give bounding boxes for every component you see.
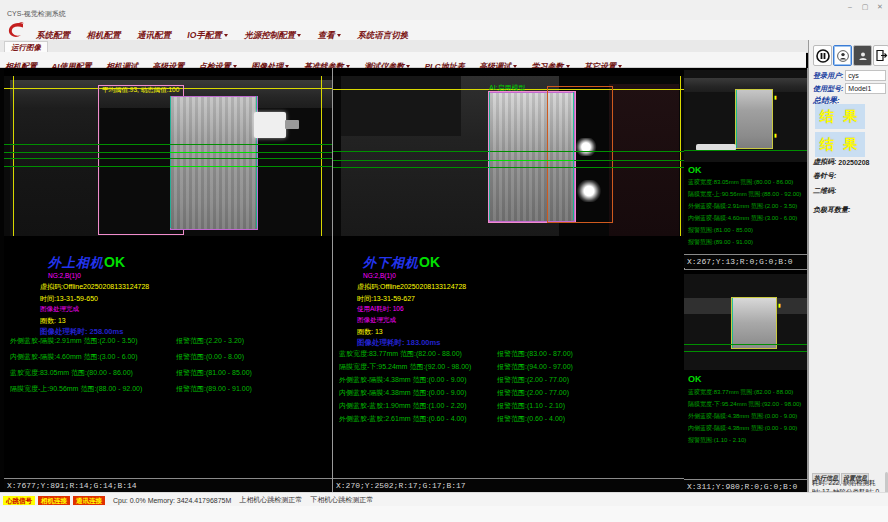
time-text: 时间:13-31-59-650 [40,294,98,304]
camera-view-lower: AI:启用模型 外下相机OK NG:2,B(1)0 虚拟码:Offline202… [333,68,685,492]
user-manage-button[interactable] [853,45,872,66]
time-text: 时间:13-31-59-627 [357,294,415,304]
heartbeat-status-badge: 心跳信号 [3,496,35,505]
login-user-field[interactable]: cys [845,70,886,81]
thumb-meas-line: 报警范围:(89.00 - 91.00) [688,238,753,247]
virtual-code-value: 20250208 [838,159,869,166]
thumb-meas-line: 内侧蓝胶-隔膜:4.60mm 范围:(3.00 - 6.00) [688,214,797,223]
process-done-text: 图像处理完成 [357,316,396,325]
measurement-row: 蓝胶宽度:83.77mm 范围:(82.00 - 88.00)报警范围:(83.… [339,349,682,359]
thumbnail-column: ▮ ▮ OK 蓝胶宽度:83.05mm 范围:(80.00 - 86.00) 隔… [684,68,808,492]
measurement-row: 内侧蓝胶-蓝胶:1.90mm 范围:(1.00 - 2.20)报警范围:(1.1… [339,401,682,411]
menu-bar: 系统配置 相机配置 通讯配置 IO手配置 光源控制配置 查看 系统语言切换 [0,20,888,40]
status-bar: 心跳信号 相机连接 通讯连接 Cpu: 0.0% Memory: 3424.41… [0,492,888,507]
maximize-icon[interactable]: ▢ [858,2,872,12]
ai-time-text: 使用AI耗时: 106 [357,305,404,314]
process-time-text: 图像处理耗时: 183.00ms [357,338,440,348]
led-glow [577,180,601,202]
toolbar: 相机配置 AI使用配置 相机调试 高级设置 点检设置 图像处理 基准线参数 测试… [0,52,806,68]
thumb-meas-line: 隔膜宽度-上:90.56mm 范围:(88.00 - 92.00) [688,190,801,199]
alarm-range: 报警范围:(81.00 - 85.00) [176,368,252,378]
alarm-range: 报警范围:(1.10 - 2.10) [497,401,565,411]
upper-camera-heartbeat-text: 上相机心跳检测正常 [239,495,302,505]
virtual-code-label: 虚拟码: [813,157,836,167]
negative-tab-count-label: 负极耳数量: [813,205,850,215]
model-row: 使用型号: Model1 [813,83,886,94]
thumb-meas-line: 蓝胶宽度:83.05mm 范围:(80.00 - 86.00) [688,178,793,187]
exit-door-icon [875,49,888,62]
threshold-overlay-text: 平均阈值:93, 动态阈值:100 [102,86,179,95]
camera-connection-badge: 相机连接 [38,496,70,505]
thumb-canvas-1[interactable]: ▮ ▮ [684,70,807,162]
alarm-range: 报警范围:(0.00 - 8.00) [176,352,244,362]
alarm-range: 报警范围:(2.20 - 3.20) [176,336,244,346]
measurement-row: 隔膜宽度-上:90.56mm 范围:(88.00 - 92.00)报警范围:(8… [10,384,330,394]
dropdown-arrow-icon [297,34,301,37]
user-dark-icon [857,50,869,62]
process-done-text: 图像处理完成 [40,305,79,314]
alarm-range: 报警范围:(0.60 - 4.00) [497,414,565,424]
ng-info-text: NG:2,B(1)0 [48,272,81,279]
login-user-row: 登录用户: cys [813,70,886,81]
camera-upper-title: 外上相机OK [48,254,125,272]
login-user-button[interactable] [833,45,852,66]
thumb-view-1: ▮ ▮ OK 蓝胶宽度:83.05mm 范围:(80.00 - 86.00) 隔… [684,68,807,268]
pause-button[interactable] [813,45,832,66]
measurement-row: 外侧蓝胶-隔膜:2.91mm 范围:(2.00 - 3.50)报警范围:(2.2… [10,336,330,346]
thumb-status: OK [688,374,702,384]
minimize-icon[interactable]: – [843,2,857,12]
camera-lower-title: 外下相机OK [363,254,440,272]
bottom-strip [0,506,888,522]
camera-lower-status: OK [419,254,440,270]
exit-button[interactable] [873,45,888,66]
alarm-range: 报警范围:(2.00 - 77.00) [497,375,569,385]
pause-icon [816,49,830,63]
alarm-range: 报警范围:(89.00 - 91.00) [176,384,252,394]
user-icon [837,50,849,62]
thumb-meas-line: 隔膜宽度-下:95.24mm 范围:(92.00 - 98.00) [688,400,801,409]
thumb-view-2: ▮ OK 蓝胶宽度:83.77mm 范围:(82.00 - 88.00) 隔膜宽… [684,269,807,493]
main-area: 平均阈值:93, 动态阈值:100 外上相机OK NG:2,B(1)0 虚拟码:… [0,68,888,492]
connector-blob [254,112,286,138]
barcode-text: 虚拟码:Offline20250208133124728 [357,282,466,292]
measurement-row: 外侧蓝胶-隔膜:4.38mm 范围:(0.00 - 9.00)报警范围:(2.0… [339,375,682,385]
measurement-row: 外侧蓝胶-蓝胶:2.61mm 范围:(0.60 - 4.00)报警范围:(0.6… [339,414,682,424]
pixel-coords-readout: X:267;Y:13;R:0;G:0;B:0 [684,254,807,268]
measurement-row: 内侧蓝胶-隔膜:4.60mm 范围:(3.00 - 6.00)报警范围:(0.0… [10,352,330,362]
thumb-meas-line: 蓝胶宽度:83.77mm 范围:(82.00 - 88.00) [688,388,793,397]
thumb-meas-line: 外侧蓝胶-隔膜:2.91mm 范围:(2.00 - 3.50) [688,202,797,211]
turns-text: 圈数: 13 [357,327,383,337]
camera-canvas-upper[interactable]: 平均阈值:93, 动态阈值:100 [4,76,332,236]
app-window: CYS-视觉检测系统 – ▢ ✕ 系统配置 相机配置 通讯配置 IO手配置 光源… [0,0,888,522]
measurement-row: 蓝胶宽度:83.05mm 范围:(80.00 - 86.00)报警范围:(81.… [10,368,330,378]
qr-code-label: 二维码: [813,186,836,196]
right-panel: 登录用户: cys 使用型号: Model1 总结果: 结 果 结 果 虚拟码:… [808,40,888,492]
pin-number-label: 卷针号: [813,171,836,181]
dropdown-arrow-icon [337,34,341,37]
alarm-range: 报警范围:(94.00 - 97.00) [497,362,573,372]
window-title: CYS-视觉检测系统 [7,9,66,19]
thumb-meas-line: 内侧蓝胶-隔膜:4.38mm 范围:(0.00 - 9.00) [688,424,797,433]
pixel-coords-readout: X:7677;Y:891;R:14;G:14;B:14 [4,478,332,492]
model-field[interactable]: Model1 [845,83,886,94]
led-glow [575,138,597,156]
result-box-2: 结 果 [815,132,865,157]
barcode-text: 虚拟码:Offline20250208133124728 [40,282,149,292]
thumb-meas-line: 报警范围:(81.00 - 85.00) [688,226,753,235]
thumb-canvas-2[interactable]: ▮ [684,274,807,370]
result-box-1: 结 果 [815,104,865,129]
camera-canvas-lower[interactable]: AI:启用模型 [333,76,684,236]
measurement-row: 隔膜宽度-下:95.24mm 范围:(92.00 - 98.00)报警范围:(9… [339,362,682,372]
title-bar: CYS-视觉检测系统 – ▢ ✕ [0,0,888,21]
pixel-coords-readout: X:311;Y:980;R:0;G:0;B:0 [684,479,807,493]
dropdown-arrow-icon [224,34,228,37]
measurement-row: 内侧蓝胶-隔膜:4.38mm 范围:(0.00 - 9.00)报警范围:(2.0… [339,388,682,398]
close-icon[interactable]: ✕ [873,2,887,12]
ng-info-text: NG:2,B(1)0 [363,272,396,279]
cpu-memory-readout: Cpu: 0.0% Memory: 3424.41796875M [113,497,231,504]
virtual-code-row: 虚拟码: 20250208 [813,157,886,167]
comm-connection-badge: 通讯连接 [73,496,105,505]
camera-upper-status: OK [104,254,125,270]
thumb-meas-line: 报警范围:(1.10 - 2.10) [688,436,746,445]
alarm-range: 报警范围:(83.00 - 87.00) [497,349,573,359]
